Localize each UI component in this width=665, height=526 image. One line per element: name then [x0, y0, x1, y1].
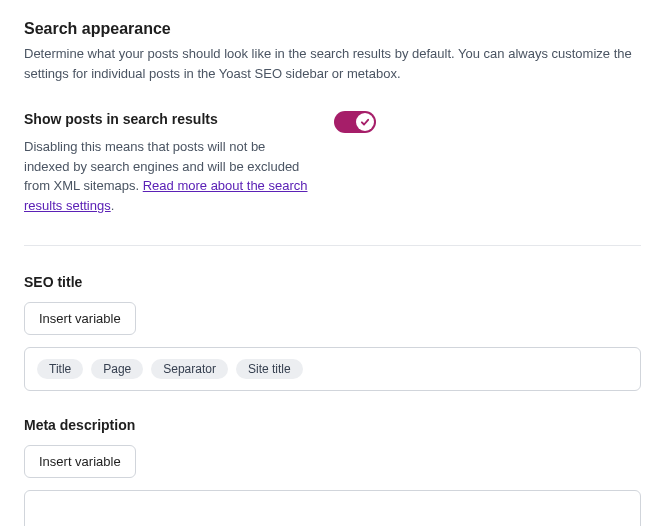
toggle-label: Show posts in search results — [24, 111, 314, 127]
seo-title-token[interactable]: Separator — [151, 359, 228, 379]
toggle-knob — [356, 113, 374, 131]
seo-title-group: SEO title Insert variable TitlePageSepar… — [24, 274, 641, 391]
insert-variable-meta-desc-button[interactable]: Insert variable — [24, 445, 136, 478]
meta-description-label: Meta description — [24, 417, 641, 433]
seo-title-token[interactable]: Site title — [236, 359, 303, 379]
seo-title-label: SEO title — [24, 274, 641, 290]
toggle-show-posts: Show posts in search results Disabling t… — [24, 111, 641, 215]
toggle-help: Disabling this means that posts will not… — [24, 137, 314, 215]
seo-title-token[interactable]: Title — [37, 359, 83, 379]
toggle-switch[interactable] — [334, 111, 376, 133]
check-icon — [360, 113, 370, 131]
seo-title-token[interactable]: Page — [91, 359, 143, 379]
section-divider — [24, 245, 641, 246]
meta-description-group: Meta description Insert variable — [24, 417, 641, 526]
section-title: Search appearance — [24, 20, 641, 38]
meta-description-input[interactable] — [24, 490, 641, 526]
toggle-help-suffix: . — [111, 198, 115, 213]
section-description: Determine what your posts should look li… — [24, 44, 641, 83]
seo-title-input[interactable]: TitlePageSeparatorSite title — [24, 347, 641, 391]
insert-variable-seo-title-button[interactable]: Insert variable — [24, 302, 136, 335]
